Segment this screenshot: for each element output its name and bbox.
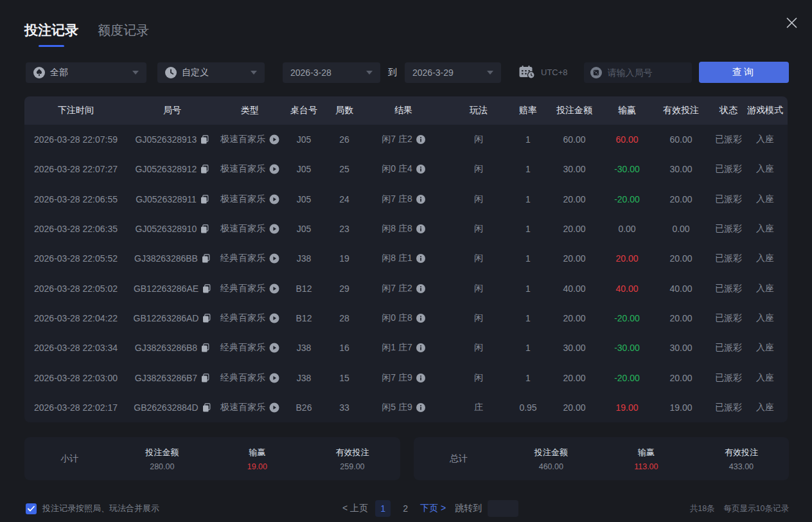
cell-win-loss: 20.00	[606, 253, 648, 264]
cell-round-id-text: GJ38263286BB	[134, 253, 198, 264]
cell-table-no: B26	[283, 402, 325, 413]
play-circle-icon[interactable]	[269, 164, 279, 174]
cell-round-count-text: 15	[339, 373, 349, 383]
cell-bet-time-text: 2026-03-28 22:02:17	[34, 402, 118, 413]
cell-odds: 1	[514, 194, 542, 204]
cell-game-mode: 入座	[743, 253, 788, 264]
cell-game-mode-text: 入座	[756, 372, 774, 384]
cell-round-id: GB262632884D	[127, 402, 217, 413]
total-count: 共18条	[690, 503, 715, 514]
page-size-info: 每页显示10条记录	[724, 503, 789, 514]
cell-odds-text: 1	[525, 134, 531, 145]
filter-bar: 全部 自定义 2026-3-28 到 2026-3-29 UTC+8 查询	[26, 62, 789, 83]
play-circle-icon[interactable]	[269, 343, 279, 353]
copy-icon[interactable]	[202, 254, 210, 263]
cell-table-no-text: B26	[296, 402, 312, 413]
date-to-select[interactable]: 2026-3-29	[405, 62, 501, 83]
play-circle-icon[interactable]	[269, 313, 279, 323]
cell-play-type: 闲	[443, 253, 514, 264]
prev-page-button[interactable]: < 上页	[342, 503, 368, 514]
play-circle-icon[interactable]	[269, 373, 279, 383]
cell-odds-text: 1	[525, 164, 531, 174]
table-row: 2026-03-28 22:03:34GJ38263286B8经典百家乐J381…	[24, 333, 788, 363]
timezone-group: UTC+8	[519, 66, 568, 79]
cell-result-text: 闲0 庄4	[382, 163, 412, 175]
play-circle-icon[interactable]	[269, 134, 279, 145]
play-circle-icon[interactable]	[269, 224, 279, 234]
page-number-1[interactable]: 1	[375, 500, 391, 517]
info-circle-icon[interactable]	[416, 195, 425, 204]
cell-bet-time: 2026-03-28 22:07:27	[24, 164, 127, 174]
info-circle-icon[interactable]	[416, 314, 425, 323]
cell-table-no-text: J05	[297, 134, 312, 145]
jump-page-input[interactable]	[488, 500, 518, 517]
column-header-round-count: 局数	[325, 105, 364, 116]
info-circle-icon[interactable]	[416, 343, 425, 352]
merge-checkbox[interactable]	[26, 503, 37, 514]
copy-icon[interactable]	[200, 224, 209, 233]
game-type-select[interactable]: 全部	[26, 62, 146, 83]
cell-play-type-text: 闲	[474, 223, 483, 235]
cell-bet-amount: 20.00	[542, 224, 606, 234]
cell-play-type: 闲	[443, 163, 514, 175]
cell-play-type-text: 闲	[474, 163, 483, 175]
cell-round-count: 29	[325, 284, 364, 294]
cell-win-loss: -30.00	[606, 343, 648, 353]
cell-bet-amount: 20.00	[542, 194, 606, 204]
copy-icon[interactable]	[201, 343, 209, 352]
cell-round-count: 15	[325, 373, 364, 383]
copy-icon[interactable]	[200, 135, 209, 144]
info-circle-icon[interactable]	[416, 165, 425, 174]
cell-play-type-text: 闲	[474, 372, 483, 384]
copy-icon[interactable]	[200, 195, 209, 204]
cell-win-loss-text: -20.00	[614, 194, 640, 204]
active-tab-underline	[39, 45, 64, 47]
cell-bet-amount: 20.00	[542, 373, 606, 383]
cell-table-no-text: J38	[297, 373, 312, 383]
total-valid-value: 433.00	[729, 462, 754, 471]
copy-icon[interactable]	[200, 165, 209, 174]
cell-status-text: 已派彩	[715, 194, 742, 205]
cell-win-loss-text: 60.00	[615, 134, 638, 145]
cell-bet-time-text: 2026-03-28 22:07:59	[34, 134, 118, 145]
total-bet-label: 投注金额	[534, 447, 568, 458]
cell-bet-amount: 30.00	[542, 164, 606, 174]
copy-icon[interactable]	[202, 314, 211, 323]
copy-icon[interactable]	[202, 284, 211, 293]
time-range-select[interactable]: 自定义	[157, 62, 265, 83]
next-page-button[interactable]: 下页 >	[420, 503, 446, 514]
cell-round-id: GJ38263286B7	[127, 373, 217, 383]
tab-bet-records[interactable]: 投注记录	[24, 21, 78, 47]
info-circle-icon[interactable]	[416, 374, 425, 382]
cell-status-text: 已派彩	[715, 312, 742, 324]
tab-quota-records[interactable]: 额度记录	[98, 22, 149, 47]
info-circle-icon[interactable]	[416, 224, 425, 233]
info-circle-icon[interactable]	[416, 254, 425, 263]
cell-result: 闲7 庄8	[364, 194, 443, 205]
copy-icon[interactable]	[201, 374, 209, 382]
cell-status-text: 已派彩	[715, 372, 742, 384]
subtotal-valid-value: 259.00	[340, 462, 364, 471]
cell-valid-bet-text: 20.00	[669, 313, 692, 323]
page-number-2[interactable]: 2	[398, 500, 413, 517]
cell-game-mode: 入座	[743, 194, 788, 205]
subtotal-bet-value: 280.00	[150, 462, 174, 471]
table-row: 2026-03-28 22:04:22GB12263286AD经典百家乐B122…	[24, 303, 788, 333]
close-icon[interactable]	[785, 16, 799, 30]
cell-status: 已派彩	[714, 134, 743, 145]
cell-game-type-text: 极速百家乐	[220, 163, 265, 175]
round-search-input[interactable]	[608, 68, 678, 78]
info-circle-icon[interactable]	[416, 403, 425, 412]
cell-table-no: J05	[283, 164, 325, 174]
info-circle-icon[interactable]	[416, 135, 425, 144]
play-circle-icon[interactable]	[269, 194, 279, 204]
info-circle-icon[interactable]	[416, 284, 425, 293]
copy-icon[interactable]	[202, 403, 211, 412]
play-circle-icon[interactable]	[269, 284, 279, 294]
date-from-select[interactable]: 2026-3-28	[283, 62, 380, 83]
cell-game-type-text: 经典百家乐	[220, 283, 265, 294]
cell-bet-amount: 30.00	[542, 343, 606, 353]
play-circle-icon[interactable]	[269, 402, 279, 413]
play-circle-icon[interactable]	[269, 253, 279, 264]
query-button[interactable]: 查询	[699, 62, 789, 83]
